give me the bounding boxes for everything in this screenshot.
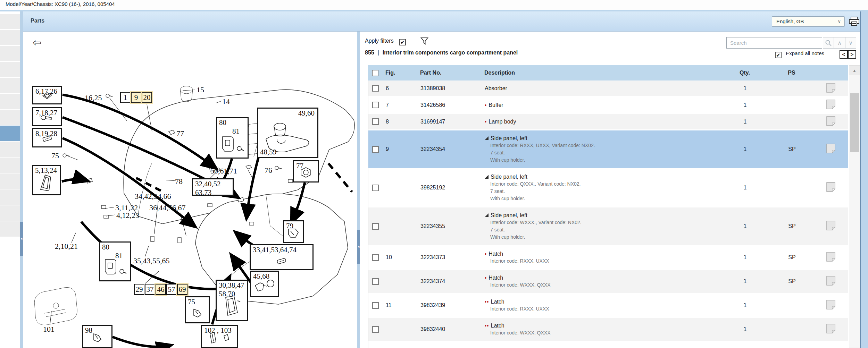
figure-number-cell[interactable]: 37 xyxy=(145,284,155,295)
cell-description: •HatchInterior code: WXXX, QXXX xyxy=(485,270,728,293)
table-scrollbar[interactable]: ▲ xyxy=(849,65,860,348)
scrollbar-thumb[interactable] xyxy=(850,93,859,152)
expand-all-notes-checkbox[interactable]: ✔ xyxy=(775,52,782,58)
sidebar-item[interactable] xyxy=(0,173,20,189)
cell-description: •Lamp body xyxy=(485,114,728,129)
note-document-icon[interactable] xyxy=(826,83,835,93)
figure-number-cell-highlighted[interactable]: 46 xyxy=(156,284,166,295)
sidebar-item[interactable] xyxy=(0,110,20,125)
col-header-part[interactable]: Part No. xyxy=(420,70,484,76)
search-input[interactable] xyxy=(726,37,822,49)
diagram-callout-box: 79 xyxy=(283,220,304,243)
table-row[interactable]: 32234355Side panel, leftInterior code: W… xyxy=(368,207,848,246)
language-select[interactable]: English, GB ∨ xyxy=(772,16,845,27)
part-note: Interior code: QXXX., Variant code: NX02… xyxy=(485,180,728,188)
col-header-qty[interactable]: Qty. xyxy=(727,70,762,76)
table-row[interactable]: 631389038Absorber1 xyxy=(368,80,848,97)
row-checkbox[interactable] xyxy=(372,278,379,285)
row-checkbox[interactable] xyxy=(372,223,379,230)
sidebar-item[interactable] xyxy=(0,78,20,93)
vehicle-profile-text: Model/Year/Chassis: XC90 (16-), 2016, 00… xyxy=(6,1,115,7)
cell-part-no: 31426586 xyxy=(420,102,485,108)
note-document-icon[interactable] xyxy=(826,324,835,333)
select-all-checkbox[interactable] xyxy=(372,70,378,76)
scroll-up-button[interactable]: ▲ xyxy=(849,66,860,75)
row-checkbox[interactable] xyxy=(372,326,379,333)
table-row[interactable]: 39832440••LatchInterior code: WXXX, QXXX… xyxy=(368,318,848,342)
diagram-callout-box: 8,19,28 xyxy=(32,128,62,147)
sidebar-item[interactable] xyxy=(0,94,20,109)
row-checkbox[interactable] xyxy=(372,118,379,125)
sidebar-item[interactable] xyxy=(0,30,20,45)
callout-label: 32,40,52 xyxy=(193,179,233,188)
apply-filters-checkbox[interactable]: ✔ xyxy=(399,39,406,45)
figure-number-cell[interactable]: 29 xyxy=(134,284,144,295)
search-button[interactable] xyxy=(823,37,834,49)
row-checkbox[interactable] xyxy=(372,254,379,261)
sidebar-item[interactable] xyxy=(0,14,20,29)
table-row[interactable]: 1032234373•HatchInterior code: RXXX, UXX… xyxy=(368,246,848,270)
callout-label: 80 xyxy=(100,243,130,251)
panel-part-icon xyxy=(37,172,56,193)
part-note: Interior code: WXXX., Variant code: NX02… xyxy=(485,219,728,226)
sidebar-item[interactable] xyxy=(0,205,20,221)
note-document-icon[interactable] xyxy=(826,300,835,309)
note-document-icon[interactable] xyxy=(826,276,835,286)
prev-figure-button[interactable]: < xyxy=(840,50,848,59)
nav-sidebar[interactable] xyxy=(0,11,20,348)
note-document-icon[interactable] xyxy=(826,182,835,192)
back-arrow-icon[interactable]: ⇦ xyxy=(33,36,41,49)
row-checkbox[interactable] xyxy=(372,85,379,92)
diagram-callout-box: 6,17,26 xyxy=(32,86,62,104)
row-checkbox[interactable] xyxy=(372,102,379,108)
part-note: Interior code: WXXX, QXXX xyxy=(485,281,728,289)
sidebar-item[interactable] xyxy=(0,142,20,157)
figure-number-cell-highlighted[interactable]: 69 xyxy=(177,284,187,295)
filter-funnel-icon[interactable] xyxy=(420,37,429,48)
part-note: Interior code: RXXX, UXXX xyxy=(485,305,728,313)
figure-number-cell[interactable]: 1 xyxy=(120,92,131,103)
note-document-icon[interactable] xyxy=(826,221,835,230)
cell-fig: 9 xyxy=(386,146,420,152)
sidebar-item[interactable] xyxy=(0,221,20,237)
col-header-ps[interactable]: PS xyxy=(762,70,821,76)
table-row[interactable]: 32234374•HatchInterior code: WXXX, QXXX1… xyxy=(368,270,848,294)
row-checkbox[interactable] xyxy=(372,185,379,191)
sidebar-item[interactable] xyxy=(0,158,20,173)
sidebar-item[interactable] xyxy=(0,62,20,77)
figure-number-cell-highlighted[interactable]: 20 xyxy=(142,92,152,103)
search-next-button[interactable]: ∨ xyxy=(845,37,856,49)
sidebar-item[interactable] xyxy=(0,126,20,141)
diagram-label: 34,42,54,66 xyxy=(135,192,171,201)
search-prev-button[interactable]: ∧ xyxy=(834,37,845,49)
cell-description: Side panel, leftInterior code: QXXX., Va… xyxy=(485,169,728,206)
part-note: Interior code: RXXX, UXXX xyxy=(485,257,728,265)
note-document-icon[interactable] xyxy=(826,144,835,153)
note-document-icon[interactable] xyxy=(826,116,835,126)
col-header-desc[interactable]: Description xyxy=(484,70,727,76)
panel-splitter[interactable]: ◄ xyxy=(357,32,360,348)
col-header-fig[interactable]: Fig. xyxy=(385,70,420,76)
table-row[interactable]: 932234354Side panel, leftInterior code: … xyxy=(368,130,848,169)
diagram-callout-box: 102 , 103 xyxy=(201,325,238,348)
row-checkbox[interactable] xyxy=(372,146,379,153)
table-row[interactable]: 731426586•Buffer1 xyxy=(368,97,848,114)
note-document-icon[interactable] xyxy=(826,100,835,109)
sidebar-splitter[interactable]: ◄ xyxy=(20,11,23,348)
section-title: Interior trim components cargo compartme… xyxy=(383,50,518,56)
row-checkbox[interactable] xyxy=(372,302,379,309)
cell-ps: SP xyxy=(762,146,821,152)
note-document-icon[interactable] xyxy=(826,252,835,262)
sidebar-item[interactable] xyxy=(0,189,20,205)
table-row[interactable]: 831699147•Lamp body1 xyxy=(368,114,848,130)
table-row[interactable]: 39825192Side panel, leftInterior code: Q… xyxy=(368,169,848,207)
panel-collapse-tab[interactable]: ◄ xyxy=(357,230,360,264)
next-figure-button[interactable]: > xyxy=(848,50,856,59)
figure-number-cell[interactable]: 57 xyxy=(166,284,177,295)
sidebar-collapse-tab[interactable]: ◄ xyxy=(20,222,23,256)
sidebar-item[interactable] xyxy=(0,46,20,61)
figure-number-cell-highlighted[interactable]: 9 xyxy=(131,92,141,103)
table-row[interactable]: 1139832439••LatchInterior code: RXXX, UX… xyxy=(368,294,848,318)
print-button[interactable] xyxy=(848,16,860,27)
cell-part-no: 32234355 xyxy=(420,223,485,229)
